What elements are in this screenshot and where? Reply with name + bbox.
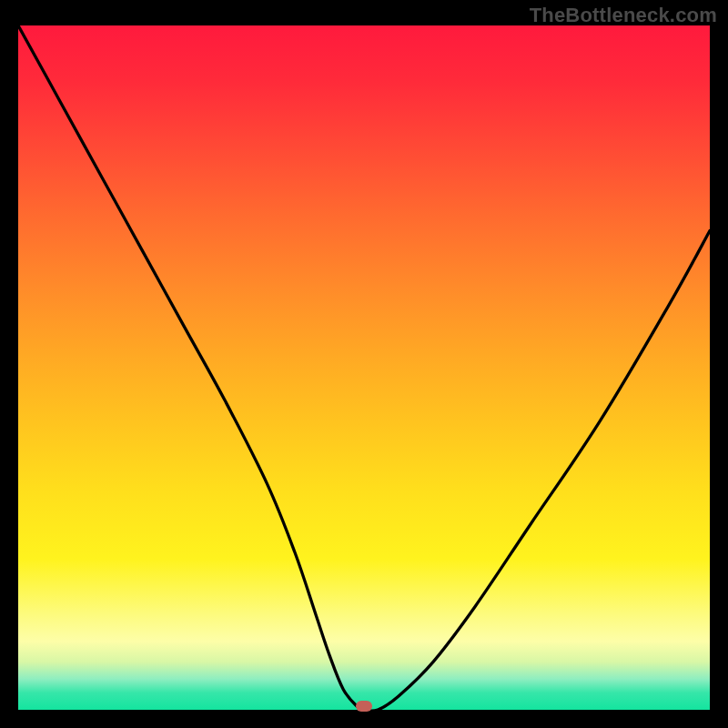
plot-area	[18, 25, 710, 710]
curve-path	[18, 25, 710, 710]
chart-frame: TheBottleneck.com	[0, 0, 728, 728]
watermark-text: TheBottleneck.com	[530, 4, 717, 27]
trough-marker	[356, 701, 372, 712]
curve-svg	[18, 25, 710, 710]
